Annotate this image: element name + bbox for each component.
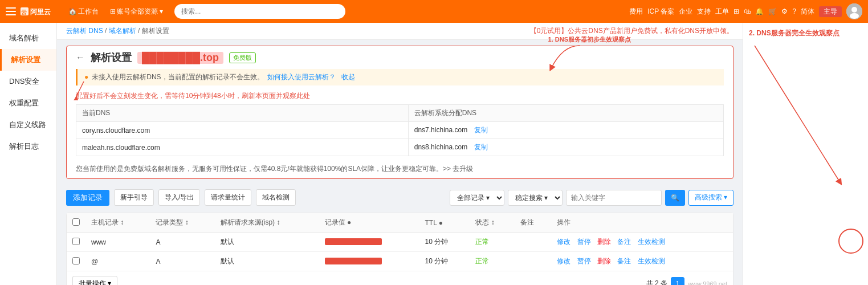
- row2-note[interactable]: 备注: [617, 257, 631, 265]
- toolbar-right: 全部记录 ▾ 稳定搜索 ▾ 🔍 高级搜索 ▾: [450, 190, 733, 206]
- dns-warning-alert: ● 未接入使用云解析DNS，当前配置的解析记录不会生效。 如何接入使用云解析？ …: [76, 69, 724, 85]
- nav-support[interactable]: 支持: [697, 7, 711, 17]
- page-title-row: ← 解析设置 ████████.top 免费版: [67, 46, 733, 64]
- row2-checkbox[interactable]: [72, 257, 80, 264]
- breadcrumb-bar: 云解析 DNS / 域名解析 / 解析设置 【0元试用】公共云DNS产品新用户免…: [57, 23, 743, 40]
- sidebar-item-resolve-log[interactable]: 解析日志: [0, 136, 56, 157]
- annotation-arrow-1: [540, 40, 585, 74]
- avatar[interactable]: [846, 3, 862, 19]
- search-input[interactable]: [566, 190, 662, 206]
- sidebar-item-custom-line[interactable]: 自定义线路: [0, 114, 56, 136]
- copy-btn-1[interactable]: 复制: [474, 126, 488, 134]
- dns-table: 当前DNS 云解析系统分配DNS cory.ns.cloudflare.com …: [76, 104, 724, 156]
- search-bar: [174, 4, 622, 19]
- breadcrumb-dns[interactable]: 云解析 DNS: [66, 27, 103, 35]
- sidebar-item-dns-security[interactable]: DNS安全: [0, 71, 56, 92]
- nav-icp[interactable]: ICP 备案: [647, 7, 674, 17]
- batch-ops-button[interactable]: 批量操作 ▾: [72, 276, 117, 285]
- dns-assigned-1: dns7.hichina.com 复制: [408, 122, 723, 139]
- row2-check[interactable]: 生效检测: [638, 257, 665, 265]
- row2-actions: 修改 暂停 删除 备注 生效检测: [551, 252, 733, 271]
- nav-username[interactable]: 主导: [819, 6, 842, 17]
- row2-checkbox-cell: [67, 252, 85, 271]
- menu-icon[interactable]: [6, 7, 16, 15]
- row1-note[interactable]: 备注: [617, 238, 631, 246]
- records-toolbar: 添加记录 新手引导 导入/导出 请求量统计 域名检测 全部记录 ▾ 稳定搜索 ▾…: [66, 185, 733, 210]
- search-button[interactable]: 🔍: [665, 190, 685, 206]
- copy-btn-2[interactable]: 复制: [474, 143, 488, 151]
- row1-ttl: 10 分钟: [419, 233, 470, 252]
- nav-cart-icon[interactable]: 🛒: [768, 7, 777, 15]
- row2-edit[interactable]: 修改: [557, 257, 570, 265]
- logo[interactable]: 云 阿里云: [6, 5, 55, 18]
- svg-point-4: [851, 7, 857, 13]
- records-table-wrap: 主机记录 ↕ 记录类型 ↕ 解析请求来源(isp) ↕ 记录值 ● TTL ● …: [66, 213, 733, 285]
- row1-checkbox[interactable]: [72, 238, 80, 245]
- upgrade-tip: 您当前使用的是免费版域名解析服务，无服务可用性保证，仅需40.8元/年就能获得1…: [67, 162, 733, 178]
- right-panel-title: 2. DNS服务器完全生效观察点: [749, 28, 862, 38]
- row1-pause[interactable]: 暂停: [577, 238, 591, 246]
- row1-remark: [515, 233, 552, 252]
- sidebar: 域名解析 解析设置 DNS安全 权重配置 自定义线路 解析日志: [0, 23, 57, 285]
- annotation-arrow-2: [749, 40, 863, 211]
- add-record-button[interactable]: 添加记录: [66, 190, 109, 206]
- nav-shop-icon[interactable]: 🛍: [744, 7, 751, 15]
- row2-delete[interactable]: 删除: [597, 257, 611, 265]
- breadcrumb: 云解析 DNS / 域名解析 / 解析设置: [66, 26, 169, 36]
- sidebar-item-weight-config[interactable]: 权重配置: [0, 92, 56, 114]
- nav-question-icon[interactable]: ?: [792, 7, 796, 15]
- top-navigation: 云 阿里云 🏠 工作台 ⊞ 账号全部资源 ▾ 费用 ICP 备案 企业 支持 工…: [0, 0, 868, 23]
- col-isp: 解析请求来源(isp) ↕: [215, 213, 319, 233]
- page-title: 解析设置: [91, 51, 132, 64]
- breadcrumb-domain[interactable]: 域名解析: [109, 27, 136, 35]
- promo-text[interactable]: 【0元试用】公共云DNS产品新用户免费试，私有化DNS开放申领。: [530, 26, 733, 36]
- col-status: 状态 ↕: [470, 213, 514, 233]
- col-ttl: TTL ●: [419, 213, 470, 233]
- search-input[interactable]: [174, 4, 345, 19]
- nav-bell-icon[interactable]: 🔔: [755, 7, 764, 15]
- svg-marker-6: [74, 96, 78, 100]
- pagination-area: 共 2 条 1 www.9969.net: [646, 277, 727, 286]
- row2-isp: 默认: [215, 252, 319, 271]
- nav-language[interactable]: 简体: [801, 7, 814, 17]
- alert-link-how[interactable]: 如何接入使用云解析？: [267, 72, 336, 82]
- domain-name: ████████.top: [137, 52, 223, 64]
- import-export-button[interactable]: 导入/导出: [158, 189, 200, 206]
- nav-enterprise[interactable]: 企业: [679, 7, 692, 17]
- nav-workorder[interactable]: 工单: [715, 7, 729, 17]
- nav-fees[interactable]: 费用: [629, 7, 643, 17]
- back-button[interactable]: ←: [76, 52, 85, 63]
- filter-select[interactable]: 全部记录 ▾: [450, 190, 504, 206]
- select-all-checkbox[interactable]: [72, 218, 80, 226]
- stats-button[interactable]: 请求量统计: [205, 189, 251, 206]
- aliyun-logo: 云 阿里云: [21, 5, 55, 18]
- row1-value: [319, 233, 419, 252]
- check-button[interactable]: 域名检测: [256, 189, 296, 206]
- row1-edit[interactable]: 修改: [557, 238, 570, 246]
- guide-button[interactable]: 新手引导: [114, 189, 154, 206]
- sidebar-item-resolve-settings[interactable]: 解析设置: [0, 49, 56, 71]
- dns-col-current: 当前DNS: [76, 105, 409, 122]
- alert-link-collapse[interactable]: 收起: [341, 72, 355, 82]
- row2-host: @: [85, 252, 150, 271]
- col-remark: 备注: [515, 213, 552, 233]
- nav-settings-icon[interactable]: ⚙: [781, 7, 788, 15]
- nav-links: 🏠 工作台 ⊞ 账号全部资源 ▾: [64, 7, 168, 17]
- content-area: 云解析 DNS / 域名解析 / 解析设置 【0元试用】公共云DNS产品新用户免…: [57, 23, 743, 285]
- breadcrumb-current: 解析设置: [142, 27, 169, 35]
- sidebar-item-domain[interactable]: 域名解析: [0, 27, 56, 49]
- row2-pause[interactable]: 暂停: [577, 257, 591, 265]
- advanced-search-button[interactable]: 高级搜索 ▾: [688, 190, 733, 206]
- row2-value: [319, 252, 419, 271]
- search-type-select[interactable]: 稳定搜索 ▾: [508, 190, 563, 206]
- dns-col-assigned: 云解析系统分配DNS: [408, 105, 723, 122]
- alert-text: 未接入使用云解析DNS，当前配置的解析记录不会生效。: [92, 72, 263, 82]
- dns-alert-box: ← 解析设置 ████████.top 免费版 ● 未接入使用云解析DNS，当前…: [66, 46, 733, 179]
- nav-all-resources[interactable]: ⊞ 账号全部资源 ▾: [105, 7, 168, 17]
- nav-grid-icon[interactable]: ⊞: [733, 7, 739, 15]
- nav-workbench[interactable]: 🏠 工作台: [64, 7, 103, 17]
- row1-delete[interactable]: 删除: [597, 238, 611, 246]
- page-1-button[interactable]: 1: [671, 277, 684, 286]
- row1-check[interactable]: 生效检测: [638, 238, 665, 246]
- col-type: 记录类型 ↕: [150, 213, 214, 233]
